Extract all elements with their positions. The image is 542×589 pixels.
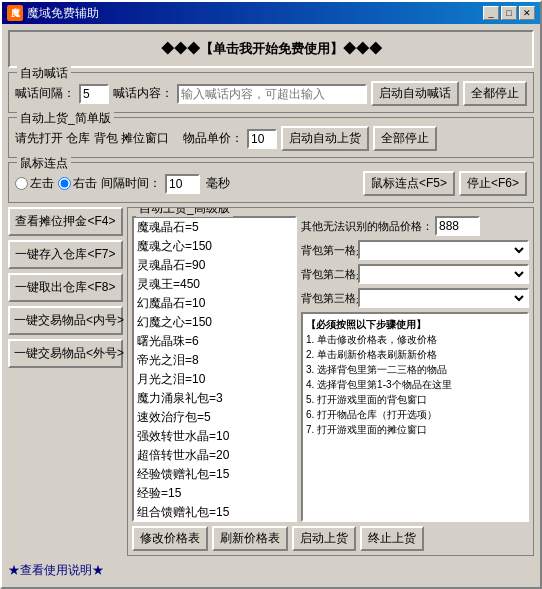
- list-item[interactable]: 组合馈赠礼包=15: [134, 503, 295, 522]
- shout-start-button[interactable]: 启动自动喊话: [371, 81, 459, 106]
- upload-simple-row: 请先打开 仓库 背包 摊位窗口 物品单价： 启动自动上货 全部停止: [15, 126, 527, 151]
- list-item[interactable]: 速效治疗包=5: [134, 408, 295, 427]
- top-banner[interactable]: ◆◆◆【单击我开始免费使用】◆◆◆: [8, 30, 534, 68]
- maximize-button[interactable]: □: [501, 6, 517, 20]
- mouse-ms-label: 毫秒: [206, 175, 230, 192]
- shout-content-input[interactable]: [177, 84, 367, 104]
- advanced-group: 自动上货_高级版 魔魂晶石=5魔魂之心=150灵魂晶石=90灵魂王=450幻魔晶…: [127, 207, 534, 556]
- instructions-title: 【必须按照以下步骤使用】: [306, 317, 524, 332]
- minimize-button[interactable]: _: [483, 6, 499, 20]
- instruction-line: 1. 单击修改价格表，修改价格: [306, 332, 524, 347]
- mouse-left-radio-label[interactable]: 左击: [15, 175, 54, 192]
- mouse-left-label: 左击: [30, 175, 54, 192]
- close-button[interactable]: ✕: [519, 6, 535, 20]
- main-window: 魔 魔域免费辅助 _ □ ✕ ◆◆◆【单击我开始免费使用】◆◆◆ 自动喊话 喊话…: [0, 0, 542, 589]
- mouse-interval-input[interactable]: [165, 174, 200, 194]
- instruction-line: 2. 单击刷新价格表刷新新价格: [306, 347, 524, 362]
- mouse-row: 左击 右击 间隔时间： 毫秒 鼠标连点<F5> 停止<F6>: [15, 171, 527, 196]
- mouse-group-label: 鼠标连点: [17, 155, 71, 172]
- instruction-line: 7. 打开游戏里面的摊位窗口: [306, 422, 524, 437]
- shout-group-label: 自动喊话: [17, 65, 71, 82]
- sidebar-btn-3[interactable]: 一键取出仓库<F8>: [8, 273, 123, 302]
- title-bar: 魔 魔域免费辅助 _ □ ✕: [2, 2, 540, 24]
- usage-link[interactable]: ★查看使用说明★: [8, 562, 104, 579]
- mouse-right-radio[interactable]: [58, 177, 71, 190]
- sidebar-btn-2[interactable]: 一键存入仓库<F7>: [8, 240, 123, 269]
- mouse-right-radio-label[interactable]: 右击: [58, 175, 97, 192]
- advanced-group-label: 自动上货_高级版: [136, 207, 233, 217]
- right-panel: 自动上货_高级版 魔魂晶石=5魔魂之心=150灵魂晶石=90灵魂王=450幻魔晶…: [127, 207, 534, 556]
- list-item[interactable]: 经验=15: [134, 484, 295, 503]
- shout-row: 喊话间隔： 喊话内容： 启动自动喊话 全都停止: [15, 81, 527, 106]
- shout-interval-label: 喊话间隔：: [15, 85, 75, 102]
- bottom-bar: ★查看使用说明★: [8, 560, 534, 581]
- mouse-left-radio[interactable]: [15, 177, 28, 190]
- bg1-label: 背包第一格是: [301, 243, 356, 258]
- window-body: ◆◆◆【单击我开始免费使用】◆◆◆ 自动喊话 喊话间隔： 喊话内容： 启动自动喊…: [2, 24, 540, 587]
- list-item[interactable]: 幻魔晶石=10: [134, 294, 295, 313]
- upload-simple-stop-button[interactable]: 全部停止: [373, 126, 437, 151]
- other-price-row: 其他无法识别的物品价格：: [301, 216, 529, 236]
- shout-group: 自动喊话 喊话间隔： 喊话内容： 启动自动喊话 全都停止: [8, 72, 534, 113]
- list-item[interactable]: 魔力涌泉礼包=3: [134, 389, 295, 408]
- list-item[interactable]: 幻魔之心=150: [134, 313, 295, 332]
- modify-price-button[interactable]: 修改价格表: [132, 526, 208, 551]
- instruction-line: 6. 打开物品仓库（打开选项）: [306, 407, 524, 422]
- advanced-buttons-row: 修改价格表 刷新价格表 启动上货 终止上货: [132, 526, 529, 551]
- sidebar-btn-1[interactable]: 查看摊位押金<F4>: [8, 207, 123, 236]
- bg2-select[interactable]: [358, 264, 529, 284]
- app-icon: 魔: [7, 5, 23, 21]
- bg3-row: 背包第三格是: [301, 288, 529, 308]
- mouse-right-label: 右击: [73, 175, 97, 192]
- list-item[interactable]: 灵魂王=450: [134, 275, 295, 294]
- sidebar-btn-4[interactable]: 一键交易物品<内号>: [8, 306, 123, 335]
- stop-upload-button[interactable]: 终止上货: [360, 526, 424, 551]
- mouse-stop-button[interactable]: 停止<F6>: [459, 171, 527, 196]
- shout-interval-input[interactable]: [79, 84, 109, 104]
- upload-simple-start-button[interactable]: 启动自动上货: [281, 126, 369, 151]
- left-sidebar: 查看摊位押金<F4> 一键存入仓库<F7> 一键取出仓库<F8> 一键交易物品<…: [8, 207, 123, 556]
- bg3-select[interactable]: [358, 288, 529, 308]
- upload-unit-label: 物品单价：: [183, 130, 243, 147]
- instruction-line: 3. 选择背包里第一二三格的物品: [306, 362, 524, 377]
- list-item[interactable]: 强效转世水晶=10: [134, 427, 295, 446]
- upload-unit-input[interactable]: [247, 129, 277, 149]
- advanced-inner: 魔魂晶石=5魔魂之心=150灵魂晶石=90灵魂王=450幻魔晶石=10幻魔之心=…: [132, 216, 529, 522]
- items-listbox[interactable]: 魔魂晶石=5魔魂之心=150灵魂晶石=90灵魂王=450幻魔晶石=10幻魔之心=…: [132, 216, 297, 522]
- sidebar-btn-5[interactable]: 一键交易物品<外号>: [8, 339, 123, 368]
- upload-simple-hint: 请先打开 仓库 背包 摊位窗口: [15, 130, 169, 147]
- mouse-start-button[interactable]: 鼠标连点<F5>: [363, 171, 455, 196]
- bg3-label: 背包第三格是: [301, 291, 356, 306]
- list-item[interactable]: 魔魂晶石=5: [134, 218, 295, 237]
- refresh-price-button[interactable]: 刷新价格表: [212, 526, 288, 551]
- main-content: 查看摊位押金<F4> 一键存入仓库<F7> 一键取出仓库<F8> 一键交易物品<…: [8, 207, 534, 556]
- list-item[interactable]: 月光之泪=10: [134, 370, 295, 389]
- upload-simple-group: 自动上货_简单版 请先打开 仓库 背包 摊位窗口 物品单价： 启动自动上货 全部…: [8, 117, 534, 158]
- right-options: 其他无法识别的物品价格： 背包第一格是 背包第二格是: [301, 216, 529, 522]
- list-item[interactable]: 超倍转世水晶=20: [134, 446, 295, 465]
- window-title: 魔域免费辅助: [27, 5, 99, 22]
- shout-stop-button[interactable]: 全都停止: [463, 81, 527, 106]
- list-item[interactable]: 灵魂晶石=90: [134, 256, 295, 275]
- upload-simple-label: 自动上货_简单版: [17, 110, 114, 127]
- list-item[interactable]: 魔魂之心=150: [134, 237, 295, 256]
- other-price-input[interactable]: [435, 216, 480, 236]
- start-upload-button[interactable]: 启动上货: [292, 526, 356, 551]
- banner-text: ◆◆◆【单击我开始免费使用】◆◆◆: [161, 41, 382, 56]
- title-bar-title: 魔 魔域免费辅助: [7, 5, 99, 22]
- instructions-box: 【必须按照以下步骤使用】1. 单击修改价格表，修改价格2. 单击刷新价格表刷新新…: [301, 312, 529, 522]
- bg1-select[interactable]: [358, 240, 529, 260]
- shout-content-label: 喊话内容：: [113, 85, 173, 102]
- list-item[interactable]: 经验馈赠礼包=15: [134, 465, 295, 484]
- bg2-label: 背包第二格是: [301, 267, 356, 282]
- list-item[interactable]: 帝光之泪=8: [134, 351, 295, 370]
- list-item[interactable]: 曙光晶珠=6: [134, 332, 295, 351]
- mouse-group: 鼠标连点 左击 右击 间隔时间： 毫秒 鼠标连点<F5> 停止<F6>: [8, 162, 534, 203]
- bg2-row: 背包第二格是: [301, 264, 529, 284]
- instruction-line: 5. 打开游戏里面的背包窗口: [306, 392, 524, 407]
- instruction-line: 4. 选择背包里第1-3个物品在这里: [306, 377, 524, 392]
- mouse-interval-label: 间隔时间：: [101, 175, 161, 192]
- bg1-row: 背包第一格是: [301, 240, 529, 260]
- title-bar-controls: _ □ ✕: [483, 6, 535, 20]
- other-price-label: 其他无法识别的物品价格：: [301, 219, 433, 234]
